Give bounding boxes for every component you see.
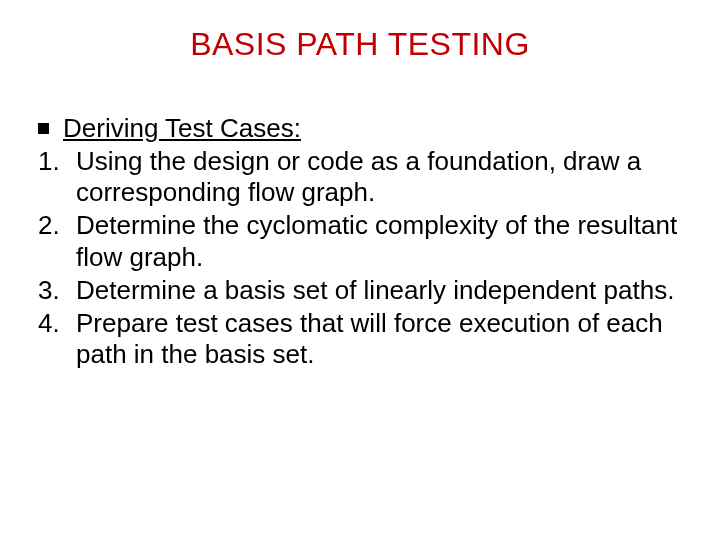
list-item: Using the design or code as a foundation… [38,146,690,208]
square-bullet-icon [38,123,49,134]
list-item: Determine the cyclomatic complexity of t… [38,210,690,272]
list-item-text: Determine the cyclomatic complexity of t… [76,210,690,272]
subheading-row: Deriving Test Cases: [38,113,690,144]
subheading: Deriving Test Cases: [63,113,301,144]
list-item-text: Prepare test cases that will force execu… [76,308,690,370]
slide-content: Deriving Test Cases: Using the design or… [20,113,700,370]
list-item: Prepare test cases that will force execu… [38,308,690,370]
slide-title: BASIS PATH TESTING [20,26,700,63]
list-item-text: Determine a basis set of linearly indepe… [76,275,690,306]
slide: BASIS PATH TESTING Deriving Test Cases: … [0,0,720,540]
list-item: Determine a basis set of linearly indepe… [38,275,690,306]
list-item-text: Using the design or code as a foundation… [76,146,690,208]
numbered-list: Using the design or code as a foundation… [38,146,690,370]
